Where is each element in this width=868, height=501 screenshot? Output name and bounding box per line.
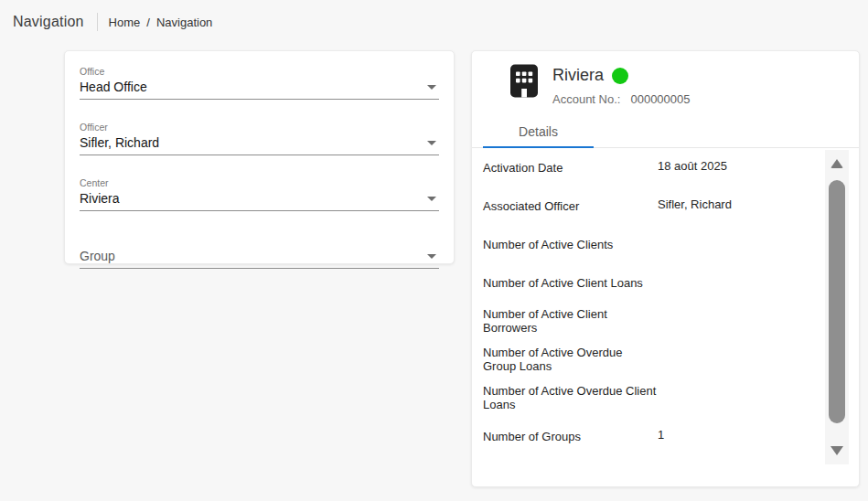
detail-value: 1 xyxy=(658,428,664,442)
detail-label: Associated Officer xyxy=(483,199,658,213)
breadcrumb: Home / Navigation xyxy=(109,16,213,29)
entity-header: Riviera Account No.:000000005 xyxy=(472,51,859,115)
officer-field: Officer Sifler, Richard xyxy=(80,122,439,155)
group-placeholder: Group xyxy=(80,249,115,263)
detail-row: Associated Officer Sifler, Richard xyxy=(483,187,859,225)
page-header: Navigation Home / Navigation xyxy=(13,11,212,33)
detail-label: Number of Active Clients xyxy=(483,238,658,251)
detail-row: Number of Active Overdue Group Loans xyxy=(483,340,859,378)
office-value: Head Office xyxy=(80,80,147,94)
scroll-up-icon xyxy=(830,159,843,168)
center-value: Riviera xyxy=(80,191,120,206)
detail-row: Number of Active Clients xyxy=(483,225,859,263)
office-field: Office Head Office xyxy=(80,66,439,100)
scrollbar-thumb[interactable] xyxy=(829,180,845,423)
dropdown-arrow-icon xyxy=(427,254,436,259)
detail-value: Sifler, Richard xyxy=(658,197,732,211)
dropdown-arrow-icon xyxy=(427,141,436,145)
building-icon xyxy=(509,64,539,98)
detail-label: Number of Active Overdue Client Loans xyxy=(483,384,658,411)
scroll-down-icon xyxy=(830,446,843,455)
account-number-label: Account No.: xyxy=(552,92,620,106)
detail-label: Activation Date xyxy=(483,161,658,175)
tab-bar: Details xyxy=(472,115,859,148)
group-field: Group xyxy=(80,249,439,269)
detail-row: Number of Active Client Borrowers xyxy=(483,302,859,340)
officer-select[interactable]: Sifler, Richard xyxy=(80,135,439,155)
breadcrumb-home-link[interactable]: Home xyxy=(109,16,141,29)
detail-row: Activation Date 18 août 2025 xyxy=(483,148,859,187)
detail-label: Number of Active Client Borrowers xyxy=(483,307,658,335)
scroll-up-button[interactable] xyxy=(825,152,849,176)
details-list: Activation Date 18 août 2025 Associated … xyxy=(472,148,859,455)
center-label: Center xyxy=(80,177,439,188)
status-active-icon xyxy=(612,68,628,84)
detail-row: Number of Groups 1 xyxy=(483,417,859,455)
scrollbar[interactable] xyxy=(825,150,849,464)
officer-value: Sifler, Richard xyxy=(80,135,159,150)
detail-row: Number of Active Overdue Client Loans xyxy=(483,378,859,417)
account-number-row: Account No.:000000005 xyxy=(552,92,691,106)
account-number-value: 000000005 xyxy=(630,92,690,106)
detail-label: Number of Active Overdue Group Loans xyxy=(483,346,658,373)
officer-label: Officer xyxy=(80,122,439,133)
center-details-card: Riviera Account No.:000000005 Details Ac… xyxy=(471,50,860,487)
breadcrumb-current: Navigation xyxy=(156,16,212,29)
center-field: Center Riviera xyxy=(80,177,439,211)
office-label: Office xyxy=(80,66,439,77)
entity-title: Riviera xyxy=(552,66,604,85)
detail-row: Number of Active Client Loans xyxy=(483,263,859,302)
dropdown-arrow-icon xyxy=(427,197,436,201)
dropdown-arrow-icon xyxy=(427,85,436,90)
navigation-filter-card: Office Head Office Officer Sifler, Richa… xyxy=(64,50,455,264)
page-title: Navigation xyxy=(13,14,84,30)
detail-label: Number of Groups xyxy=(483,430,658,443)
center-select[interactable]: Riviera xyxy=(80,191,439,211)
detail-label: Number of Active Client Loans xyxy=(483,276,658,290)
scroll-down-button[interactable] xyxy=(825,439,849,463)
tab-active-indicator xyxy=(483,146,594,148)
detail-value: 18 août 2025 xyxy=(658,159,727,173)
breadcrumb-separator: / xyxy=(146,16,150,29)
entity-title-block: Riviera Account No.:000000005 xyxy=(552,64,691,106)
tab-details[interactable]: Details xyxy=(483,115,594,148)
header-divider xyxy=(97,13,98,31)
office-select[interactable]: Head Office xyxy=(80,80,439,100)
group-select[interactable]: Group xyxy=(80,249,439,269)
